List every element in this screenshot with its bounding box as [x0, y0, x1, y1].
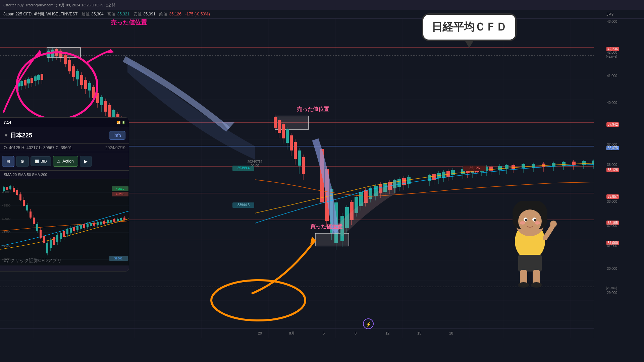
svg-rect-159 [532, 164, 535, 168]
svg-rect-276 [83, 224, 85, 228]
svg-rect-230 [6, 187, 8, 190]
svg-rect-125 [428, 175, 431, 181]
svg-text:42500: 42500 [2, 204, 10, 207]
price-36453: (36,453) [606, 147, 617, 150]
svg-rect-250 [40, 230, 42, 238]
chart-info-bar: Japan 225 CFD, 4時間, WHSELFINVEST 始値 35,3… [0, 10, 644, 19]
svg-rect-236 [16, 190, 18, 195]
price-42000: 42,000 [607, 51, 617, 54]
svg-point-213 [535, 221, 540, 225]
mobile-app-overlay: 7:14 📶 🔋 ▼ 日本225 info O: 40125 H: 40217 … [0, 117, 129, 272]
svg-rect-121 [402, 178, 406, 185]
svg-rect-298 [120, 218, 122, 221]
mobile-status-bar: 7:14 📶 🔋 [0, 118, 129, 127]
price-30000: 30,000 [607, 267, 617, 270]
svg-rect-59 [108, 105, 111, 117]
mobile-play-button[interactable]: ▶ [80, 156, 92, 167]
svg-rect-258 [53, 237, 55, 245]
svg-text:35,126: 35,126 [470, 166, 480, 170]
svg-point-218 [531, 282, 542, 288]
main-chart: 3starter.jp が TradingView.com で 8月 09, 2… [0, 0, 644, 362]
svg-rect-266 [66, 229, 68, 234]
svg-rect-41 [72, 66, 75, 77]
svg-rect-240 [23, 200, 25, 206]
publisher-text: 3starter.jp が TradingView.com で 8月 09, 2… [3, 3, 115, 8]
mobile-action-button[interactable]: ⚠ Action [53, 156, 78, 167]
svg-rect-84 [302, 157, 305, 174]
svg-rect-248 [36, 224, 38, 231]
price-33000: 33,000 [607, 200, 617, 203]
svg-rect-268 [70, 228, 72, 233]
svg-text:42539: 42539 [116, 187, 124, 190]
svg-rect-294 [113, 219, 115, 222]
mobile-grid-button[interactable]: ⊞ [2, 156, 14, 167]
sell-annotation-top: 売った値位置 [111, 18, 147, 26]
svg-text:35399.4: 35399.4 [237, 166, 250, 170]
mobile-toolbar: ⊞ ⚙ 📊 BID ⚠ Action ▶ [0, 152, 129, 171]
svg-text:⚡: ⚡ [366, 321, 372, 327]
svg-rect-264 [63, 231, 65, 237]
svg-rect-37 [64, 55, 67, 64]
svg-rect-155 [512, 165, 515, 169]
price-41846: (41,846) [606, 55, 617, 58]
svg-rect-169 [582, 161, 586, 165]
svg-text:43000: 43000 [2, 190, 10, 194]
currency-label: JPY [606, 12, 614, 17]
svg-point-217 [518, 282, 529, 288]
price-31000: 31,000 [607, 244, 617, 248]
svg-rect-119 [397, 179, 401, 187]
mobile-bid-button[interactable]: 📊 BID [31, 156, 51, 166]
svg-rect-20 [31, 78, 33, 83]
price-29000: 29,000 [607, 291, 617, 295]
svg-text:2024/7/19: 2024/7/19 [248, 160, 263, 164]
svg-rect-39 [68, 60, 71, 71]
mobile-instrument-name: 日本225 [10, 131, 32, 139]
svg-rect-72 [278, 120, 281, 133]
svg-rect-274 [80, 225, 82, 229]
svg-point-212 [520, 221, 525, 225]
svg-rect-270 [73, 227, 75, 231]
mobile-info-button[interactable]: info [109, 131, 125, 140]
svg-rect-214 [518, 255, 542, 272]
svg-text:42290: 42290 [116, 192, 124, 196]
svg-rect-157 [522, 164, 525, 168]
svg-rect-246 [33, 218, 35, 224]
mobile-dropdown-icon[interactable]: ▼ [4, 133, 8, 138]
svg-rect-26 [41, 74, 43, 80]
svg-rect-22 [34, 76, 37, 81]
svg-rect-74 [282, 124, 285, 138]
svg-rect-165 [562, 162, 566, 166]
price-37942-label: 37,942 [606, 121, 619, 127]
price-40000: 40,000 [607, 101, 617, 105]
svg-rect-49 [88, 83, 91, 90]
svg-text:18: 18 [449, 331, 453, 335]
price-28945: (28,945) [606, 286, 617, 290]
speech-bubble: 日経平均ＣＦＤ [422, 13, 517, 41]
svg-rect-286 [100, 222, 102, 225]
svg-rect-290 [107, 220, 109, 223]
svg-text:5: 5 [323, 331, 325, 335]
svg-rect-135 [451, 170, 455, 175]
svg-text:39601: 39601 [114, 257, 122, 260]
svg-rect-55 [100, 97, 103, 105]
mobile-icons: 📶 🔋 [116, 121, 125, 124]
svg-rect-45 [80, 75, 83, 85]
svg-rect-43 [76, 71, 79, 79]
symbol-info: Japan 225 CFD, 4時間, WHSELFINVEST 始値 35,3… [3, 11, 210, 17]
mobile-watermark: by クリック証券CFDアプリ [4, 258, 62, 264]
svg-rect-76 [286, 129, 289, 143]
svg-rect-292 [110, 220, 112, 223]
svg-text:42000: 42000 [2, 217, 10, 221]
mobile-date: 2024/07/19 [105, 145, 125, 150]
svg-text:03:14:29: 03:14:29 [469, 170, 480, 174]
svg-rect-288 [103, 221, 105, 224]
price-axis: 43,000 42,236 42,000 (41,846) 41,000 40,… [594, 19, 619, 338]
mobile-gear-button[interactable]: ⚙ [16, 156, 29, 167]
svg-rect-296 [117, 219, 119, 221]
svg-point-207 [518, 209, 542, 233]
svg-rect-242 [26, 205, 28, 210]
mobile-time: 7:14 [4, 120, 11, 124]
svg-text:33944.5: 33944.5 [237, 203, 250, 207]
svg-rect-278 [87, 224, 89, 227]
price-35126-label: 35,126 [606, 166, 619, 172]
